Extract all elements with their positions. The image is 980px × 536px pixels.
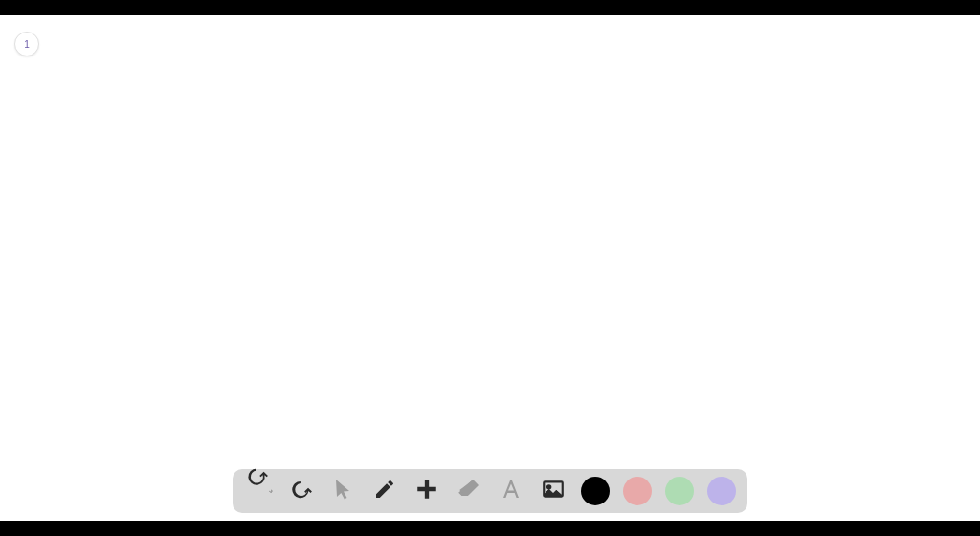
select-tool-button[interactable]	[328, 477, 357, 505]
image-icon	[541, 477, 566, 505]
color-current-swatch[interactable]	[581, 477, 610, 505]
letterbox-top	[0, 0, 980, 15]
text-icon	[500, 478, 523, 504]
page-number-badge[interactable]: 1	[14, 32, 39, 56]
color-swatch-1[interactable]	[623, 477, 652, 505]
svg-point-1	[547, 485, 550, 488]
page-number-label: 1	[24, 39, 30, 50]
plus-icon	[414, 477, 439, 505]
letterbox-bottom	[0, 521, 980, 536]
redo-button[interactable]	[286, 477, 315, 505]
color-swatch-2[interactable]	[665, 477, 694, 505]
eraser-tool-button[interactable]	[455, 477, 483, 505]
text-tool-button[interactable]	[497, 477, 525, 505]
redo-icon	[288, 477, 313, 505]
drawing-canvas[interactable]	[0, 15, 980, 521]
cursor-icon	[331, 478, 354, 504]
eraser-icon	[457, 477, 481, 505]
add-tool-button[interactable]	[412, 477, 441, 505]
pencil-icon	[373, 478, 396, 504]
toolbar	[233, 469, 747, 513]
undo-button[interactable]	[244, 477, 273, 505]
undo-icon	[244, 463, 269, 519]
pencil-tool-button[interactable]	[370, 477, 399, 505]
image-tool-button[interactable]	[539, 477, 568, 505]
color-swatch-3[interactable]	[707, 477, 736, 505]
